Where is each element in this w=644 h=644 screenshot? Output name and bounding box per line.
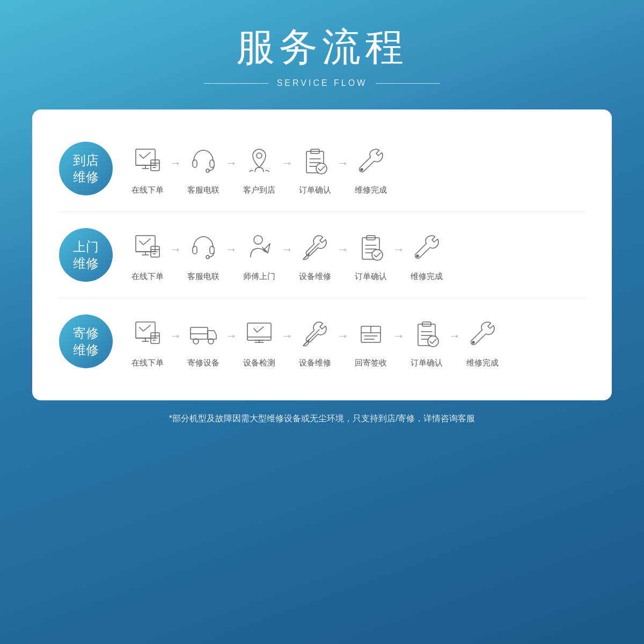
arrow: → — [337, 243, 349, 267]
service-row-home: 上门维修 在线下单 — [59, 212, 585, 298]
step-online-order: 在线下单 — [129, 142, 166, 195]
svg-rect-8 — [193, 160, 197, 167]
step-mail-device: 寄修设备 — [185, 315, 222, 368]
step-label: 设备检测 — [243, 358, 275, 368]
arrow: → — [170, 243, 181, 267]
wrench-icon2 — [408, 229, 445, 266]
clipboard-check-icon — [296, 142, 334, 180]
header-subtitle: SERVICE FLOW — [277, 78, 368, 88]
step-label: 客服电联 — [187, 272, 219, 282]
arrow: → — [281, 243, 293, 267]
step-label: 寄修设备 — [187, 358, 219, 368]
service-row-mail: 寄修维修 在线下单 — [59, 298, 585, 384]
clipboard-check-icon3 — [408, 315, 445, 353]
tools-icon2 — [296, 315, 334, 353]
svg-point-74 — [472, 341, 474, 343]
svg-point-30 — [254, 236, 262, 244]
page-header: 服务流程 SERVICE FLOW — [204, 0, 441, 99]
headset-icon2 — [185, 229, 222, 266]
computer-order-icon2 — [129, 229, 166, 266]
step-device-repair2: 设备维修 — [296, 315, 334, 368]
person-location-icon — [240, 142, 278, 180]
step-label: 客户到店 — [243, 185, 275, 195]
truck-icon — [185, 315, 222, 353]
arrow: → — [281, 329, 293, 354]
step-arrive: 客户到店 — [240, 142, 278, 195]
svg-point-43 — [416, 255, 419, 257]
step-label: 设备维修 — [299, 358, 331, 368]
tools-icon — [296, 229, 334, 266]
step-label: 维修完成 — [355, 185, 387, 195]
service-label-mail: 寄修维修 — [59, 314, 113, 368]
step-label: 维修完成 — [466, 358, 499, 368]
svg-point-18 — [361, 169, 363, 171]
svg-point-73 — [428, 336, 438, 347]
svg-rect-56 — [247, 323, 271, 340]
clipboard-check-icon2 — [352, 229, 390, 266]
svg-rect-27 — [193, 246, 197, 254]
step-label: 在线下单 — [131, 185, 164, 195]
footer-note: *部分机型及故障因需大型维修设备或无尘环境，只支持到店/寄修，详情咨询客服 — [169, 413, 475, 425]
wrench-icon — [352, 142, 390, 180]
subtitle-row: SERVICE FLOW — [204, 78, 441, 88]
service-label-home: 上门维修 — [59, 228, 113, 282]
step-customer-service: 客服电联 — [185, 142, 222, 195]
steps-store: 在线下单 → 客服电联 → — [129, 142, 585, 195]
svg-point-42 — [372, 250, 383, 260]
step-label: 在线下单 — [131, 358, 164, 368]
header-line-right — [376, 83, 440, 84]
svg-point-17 — [316, 163, 327, 174]
package-icon — [352, 315, 390, 353]
wrench-icon3 — [464, 315, 501, 353]
arrow: → — [281, 156, 293, 181]
step-label: 在线下单 — [131, 272, 164, 282]
page-title: 服务流程 — [204, 21, 441, 73]
step-label: 设备维修 — [299, 272, 331, 282]
step-order-confirm: 订单确认 — [296, 142, 334, 195]
step-label: 客服电联 — [187, 185, 219, 195]
step-repair-done2: 维修完成 — [408, 229, 445, 282]
step-repair-done: 维修完成 — [352, 142, 390, 195]
arrow: → — [393, 243, 405, 267]
main-card: 到店维修 在线下单 — [32, 109, 612, 400]
svg-point-11 — [257, 153, 262, 158]
arrow: → — [337, 329, 349, 354]
monitor-check-icon — [240, 315, 278, 353]
computer-order-icon3 — [129, 315, 166, 353]
arrow: → — [170, 329, 181, 354]
service-label-store: 到店维修 — [59, 142, 113, 195]
svg-rect-28 — [210, 246, 214, 254]
step-label: 维修完成 — [411, 272, 443, 282]
step-label: 订单确认 — [299, 185, 331, 195]
arrow: → — [393, 329, 405, 354]
step-order-confirm3: 订单确认 — [408, 315, 445, 368]
technician-icon — [240, 229, 278, 266]
step-label: 订单确认 — [411, 358, 443, 368]
step-label: 师傅上门 — [243, 272, 275, 282]
steps-mail: 在线下单 → 寄修设备 → — [129, 315, 585, 368]
step-label: 回寄签收 — [355, 358, 387, 368]
svg-rect-52 — [191, 327, 208, 339]
step-cs2: 客服电联 — [185, 229, 222, 282]
step-repair-done3: 维修完成 — [464, 315, 501, 368]
service-row-store: 到店维修 在线下单 — [59, 126, 585, 212]
step-technician: 师傅上门 — [240, 229, 278, 282]
computer-order-icon — [129, 142, 166, 180]
step-device-check: 设备检测 — [240, 315, 278, 368]
svg-rect-9 — [210, 160, 214, 167]
header-line-left — [204, 83, 268, 84]
arrow: → — [170, 156, 181, 181]
arrow: → — [337, 156, 349, 181]
steps-home: 在线下单 → 客服电联 → — [129, 229, 585, 282]
step-online-order2: 在线下单 — [129, 229, 166, 282]
arrow: → — [225, 329, 237, 354]
step-order-confirm2: 订单确认 — [352, 229, 390, 282]
step-return-sign: 回寄签收 — [352, 315, 390, 368]
arrow: → — [449, 329, 460, 354]
arrow: → — [225, 243, 237, 267]
step-online-order3: 在线下单 — [129, 315, 166, 368]
step-label: 订单确认 — [355, 272, 387, 282]
arrow: → — [225, 156, 237, 181]
step-device-repair: 设备维修 — [296, 229, 334, 282]
headset-icon — [185, 142, 222, 180]
